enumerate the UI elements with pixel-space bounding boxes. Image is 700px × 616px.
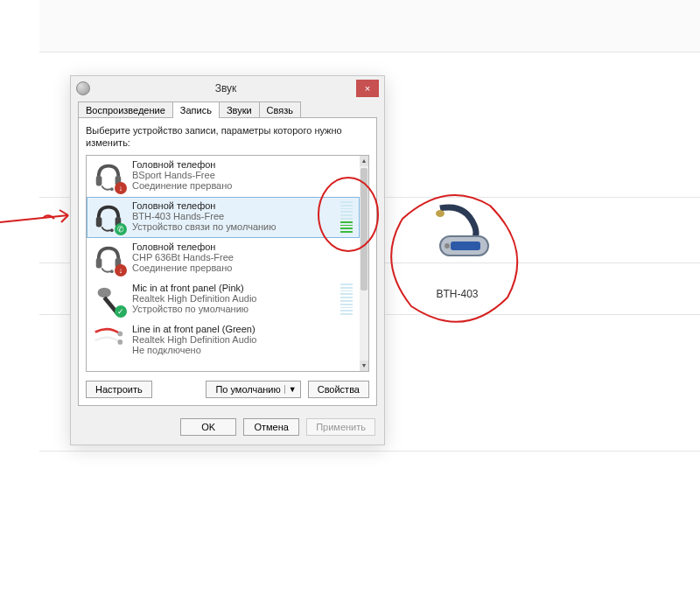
- scroll-down-icon[interactable]: ▼: [360, 360, 368, 371]
- status-badge-disconnected-icon: ↓: [115, 264, 127, 276]
- sound-icon: [76, 81, 90, 95]
- device-status: Соединение прервано: [132, 180, 354, 192]
- device-sub: Realtek High Definition Audio: [132, 334, 354, 346]
- headset-icon: ✆: [92, 200, 125, 234]
- instruction-text: Выберите устройство записи, параметры ко…: [86, 125, 369, 150]
- apply-button[interactable]: Применить: [306, 418, 375, 436]
- device-row[interactable]: ✓ Mic in at front panel (Pink) Realtek H…: [87, 279, 360, 320]
- scroll-thumb[interactable]: [360, 168, 368, 290]
- status-badge-disconnected-icon: ↓: [115, 182, 127, 194]
- status-badge-phone-icon: ✆: [115, 223, 127, 235]
- configure-button[interactable]: Настроить: [86, 381, 152, 398]
- set-default-label: По умолчанию: [215, 384, 280, 395]
- tab-sounds[interactable]: Звуки: [219, 102, 260, 118]
- linein-icon: [92, 324, 125, 357]
- cancel-button[interactable]: Отмена: [243, 418, 299, 436]
- device-status: Устройство по умолчанию: [132, 304, 333, 315]
- level-meter: [340, 284, 353, 315]
- dialog-title: Звук: [95, 82, 356, 94]
- device-status: Не подключено: [132, 345, 354, 356]
- svg-point-15: [444, 243, 450, 248]
- device-name: Головной телефон: [132, 242, 354, 252]
- device-row[interactable]: ✆ Головной телефон BTH-403 Hands-Free Ус…: [87, 197, 360, 238]
- scroll-up-icon[interactable]: ▲: [360, 156, 368, 166]
- scrollbar[interactable]: ▲ ▼: [360, 156, 368, 371]
- properties-button[interactable]: Свойства: [308, 381, 369, 398]
- tab-panel: Выберите устройство записи, параметры ко…: [78, 117, 377, 406]
- dialog-button-row: OK Отмена Применить: [71, 413, 384, 444]
- tab-playback[interactable]: Воспроизведение: [78, 102, 173, 118]
- device-row[interactable]: Line in at front panel (Green) Realtek H…: [87, 320, 360, 361]
- device-row[interactable]: ↓ Головной телефон BSport Hands-Free Сое…: [87, 156, 360, 197]
- svg-point-9: [98, 287, 111, 297]
- device-status: Устройство связи по умолчанию: [132, 221, 333, 233]
- tab-recording[interactable]: Запись: [172, 102, 220, 118]
- level-meter: [340, 201, 353, 233]
- device-row[interactable]: ↓ Головной телефон CHP 636Bt Hands-Free …: [87, 238, 360, 279]
- device-name: Головной телефон: [132, 159, 354, 170]
- svg-rect-0: [96, 176, 102, 186]
- external-device-label: BTH-403: [394, 288, 521, 300]
- sound-dialog: Звук × Воспроизведение Запись Звуки Связ…: [70, 75, 385, 445]
- panel-button-row: Настроить По умолчанию ▼ Свойства: [86, 381, 369, 398]
- status-badge-default-icon: ✓: [115, 305, 127, 318]
- svg-rect-6: [96, 258, 102, 268]
- titlebar[interactable]: Звук ×: [71, 76, 384, 101]
- device-list: ↓ Головной телефон BSport Hands-Free Сое…: [86, 155, 369, 372]
- chevron-down-icon: ▼: [284, 385, 297, 394]
- microphone-icon: ✓: [92, 283, 125, 316]
- bluetooth-headset-icon: [405, 201, 510, 280]
- svg-rect-14: [451, 242, 480, 250]
- svg-point-10: [117, 331, 122, 336]
- headset-icon: ↓: [92, 242, 125, 275]
- ok-button[interactable]: OK: [180, 418, 236, 436]
- device-sub: Realtek High Definition Audio: [132, 293, 333, 304]
- background-divider: [39, 451, 700, 452]
- close-button[interactable]: ×: [356, 80, 379, 97]
- svg-point-2: [110, 187, 114, 191]
- svg-point-11: [117, 340, 122, 345]
- set-default-button[interactable]: По умолчанию ▼: [206, 381, 300, 398]
- svg-point-8: [110, 270, 114, 273]
- device-sub: BTH-403 Hands-Free: [132, 211, 333, 222]
- device-name: Mic in at front panel (Pink): [132, 283, 333, 293]
- svg-point-12: [436, 210, 444, 217]
- device-name: Головной телефон: [132, 200, 333, 211]
- device-sub: BSport Hands-Free: [132, 170, 354, 181]
- tab-communications[interactable]: Связь: [259, 102, 301, 118]
- svg-rect-3: [96, 217, 102, 227]
- tab-strip: Воспроизведение Запись Звуки Связь: [71, 102, 384, 118]
- device-list-inner: ↓ Головной телефон BSport Hands-Free Сое…: [87, 156, 360, 371]
- external-device: BTH-403: [394, 201, 521, 315]
- device-name: Line in at front panel (Green): [132, 324, 354, 334]
- device-status: Соединение прервано: [132, 262, 354, 274]
- svg-point-5: [110, 228, 114, 232]
- headset-icon: ↓: [92, 159, 125, 192]
- background-band: [39, 0, 700, 52]
- device-sub: CHP 636Bt Hands-Free: [132, 252, 354, 263]
